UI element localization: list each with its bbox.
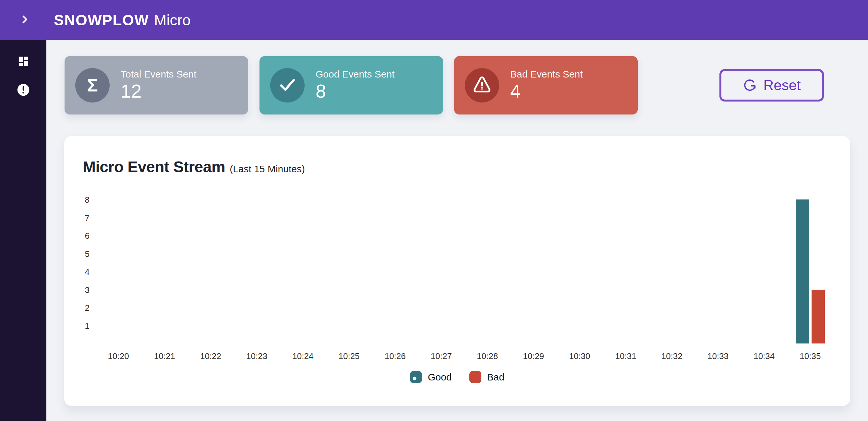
bar-chart-plot-area: 1234567810:2010:2110:2210:2310:2410:2510… xyxy=(95,200,833,343)
x-axis-tick-label: 10:26 xyxy=(372,351,418,361)
stat-card-icon-circle: Σ xyxy=(75,68,110,102)
brand-name: SNOWPLOW xyxy=(54,11,149,29)
reset-button[interactable]: Reset xyxy=(719,69,824,101)
legend-item-bad[interactable]: Bad xyxy=(469,371,504,383)
event-stream-panel: Micro Event Stream (Last 15 Minutes) 123… xyxy=(64,136,850,406)
y-axis-tick-label: 3 xyxy=(67,285,90,295)
y-axis-tick-label: 8 xyxy=(67,195,90,205)
sidebar-nav xyxy=(0,40,46,421)
x-axis-tick-label: 10:25 xyxy=(326,351,372,361)
x-axis-tick-label: 10:31 xyxy=(603,351,649,361)
chart-title-subtitle: (Last 15 Minutes) xyxy=(230,163,305,175)
stat-card-icon-circle xyxy=(270,68,305,102)
y-axis-tick-label: 4 xyxy=(67,267,90,277)
chart-title-main: Micro Event Stream xyxy=(83,158,225,176)
y-axis-tick-label: 1 xyxy=(67,321,90,331)
stat-card-total-events: Σ Total Events Sent 12 xyxy=(65,56,248,115)
x-axis-tick-label: 10:33 xyxy=(695,351,741,361)
legend-label: Bad xyxy=(487,372,504,383)
sigma-icon: Σ xyxy=(87,76,98,94)
brand-product: Micro xyxy=(154,11,190,29)
x-axis-tick-label: 10:22 xyxy=(187,351,234,361)
alert-circle-icon xyxy=(17,83,30,98)
warning-triangle-icon xyxy=(472,75,492,96)
chart-legend: GoodBad xyxy=(64,371,850,383)
sidebar-item-overview[interactable] xyxy=(16,54,31,70)
legend-label: Good xyxy=(428,372,452,383)
y-axis-tick-label: 5 xyxy=(67,249,90,259)
stat-card-label: Total Events Sent xyxy=(121,69,196,80)
stat-card-good-events: Good Events Sent 8 xyxy=(259,56,443,115)
sidebar-expand-button[interactable] xyxy=(17,12,32,28)
y-axis-tick-label: 2 xyxy=(67,303,90,313)
x-axis-tick-label: 10:27 xyxy=(418,351,464,361)
bar-bad-10:35 xyxy=(812,290,825,344)
x-axis-tick-label: 10:30 xyxy=(557,351,603,361)
y-axis-tick-label: 6 xyxy=(67,231,90,241)
stat-card-bad-events: Bad Events Sent 4 xyxy=(454,56,638,115)
stat-card-label: Bad Events Sent xyxy=(510,69,583,80)
x-axis-tick-label: 10:28 xyxy=(464,351,510,361)
refresh-icon xyxy=(743,78,757,92)
app-title: SNOWPLOW Micro xyxy=(54,11,191,29)
x-axis-tick-label: 10:24 xyxy=(280,351,326,361)
legend-swatch-bad xyxy=(469,371,482,383)
legend-item-good[interactable]: Good xyxy=(410,371,452,383)
x-axis-tick-label: 10:32 xyxy=(649,351,695,361)
x-axis-tick-label: 10:29 xyxy=(510,351,557,361)
x-axis-tick-label: 10:35 xyxy=(787,351,833,361)
snowplow-micro-app: SNOWPLOW Micro xyxy=(0,0,868,421)
y-axis-tick-label: 7 xyxy=(67,213,90,223)
check-icon xyxy=(277,74,298,96)
stat-card-label: Good Events Sent xyxy=(316,69,395,80)
sidebar-item-bad-events[interactable] xyxy=(16,83,31,98)
reset-button-label: Reset xyxy=(764,77,801,93)
stat-card-value: 12 xyxy=(121,81,196,102)
chevron-right-icon xyxy=(19,14,30,26)
stat-card-icon-circle xyxy=(465,68,499,102)
legend-swatch-good xyxy=(410,371,422,383)
x-axis-tick-label: 10:21 xyxy=(142,351,187,361)
app-header: SNOWPLOW Micro xyxy=(0,0,868,40)
stat-card-value: 4 xyxy=(510,81,583,102)
dashboard-grid-icon xyxy=(17,55,30,69)
x-axis-tick-label: 10:20 xyxy=(95,351,142,361)
stat-card-value: 8 xyxy=(316,81,395,102)
chart-title: Micro Event Stream (Last 15 Minutes) xyxy=(83,158,305,176)
x-axis-tick-label: 10:23 xyxy=(234,351,280,361)
x-axis-tick-label: 10:34 xyxy=(741,351,787,361)
bar-good-10:35 xyxy=(796,200,809,343)
